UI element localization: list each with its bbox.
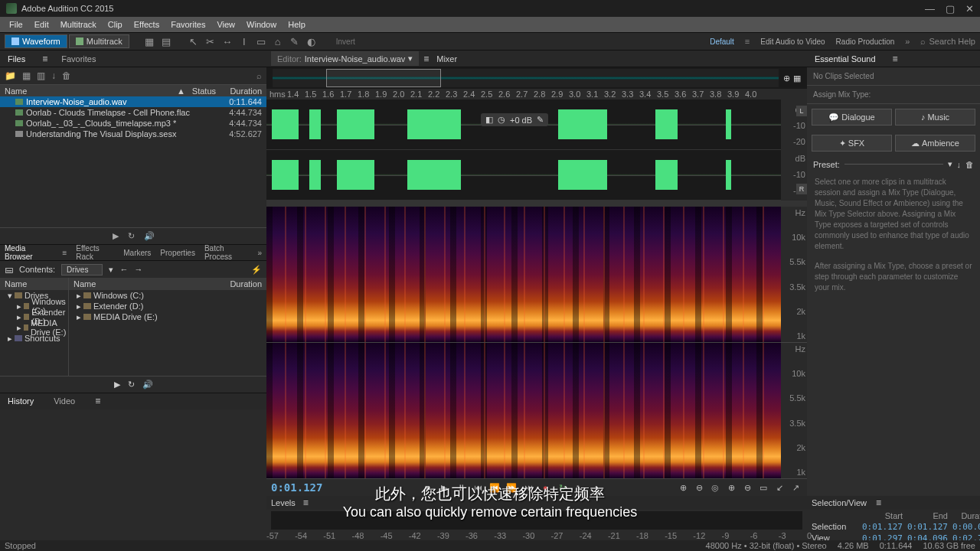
open-file-icon[interactable]: 📁 bbox=[5, 70, 16, 81]
contents-dropdown[interactable]: Drives bbox=[61, 264, 103, 276]
channel-r-button[interactable]: R bbox=[796, 184, 807, 194]
back-icon[interactable]: ← bbox=[119, 265, 128, 274]
preset-dropdown[interactable] bbox=[844, 164, 943, 165]
mix-type-sfx[interactable]: ✦SFX bbox=[812, 135, 892, 152]
workspace-overflow-icon[interactable]: » bbox=[905, 37, 910, 46]
spectral-pitch-toggle[interactable]: ▤ bbox=[158, 34, 174, 48]
tree-item[interactable]: ▸MEDIA Drive (E:) bbox=[0, 322, 68, 333]
drive-up-icon[interactable]: 🖴 bbox=[5, 265, 13, 274]
sv-sel-dur[interactable]: 0:00.000 bbox=[952, 522, 980, 532]
hud-pin-icon[interactable]: ✎ bbox=[537, 115, 544, 125]
pause-button[interactable]: ⏸ bbox=[454, 481, 468, 494]
col-status[interactable]: Status bbox=[185, 86, 216, 96]
go-start-button[interactable]: ⏮ bbox=[471, 481, 485, 494]
col-duration[interactable]: Duration bbox=[216, 86, 262, 96]
levels-menu-icon[interactable]: ≡ bbox=[303, 497, 309, 508]
list-item[interactable]: ▸MEDIA Drive (E:) bbox=[69, 311, 266, 322]
play-button[interactable]: ▶ bbox=[437, 481, 451, 494]
hud-clock-icon[interactable]: ◷ bbox=[498, 115, 505, 125]
preview-play-icon[interactable]: ▶ bbox=[113, 231, 119, 241]
delete-icon[interactable]: 🗑 bbox=[62, 70, 71, 81]
zoom-selection-icon[interactable]: ▭ bbox=[756, 481, 770, 494]
rewind-button[interactable]: ⏪ bbox=[488, 481, 501, 494]
skip-selection-button[interactable]: ⤡ bbox=[572, 481, 586, 494]
waveform-right-channel[interactable] bbox=[266, 150, 807, 201]
loop-button[interactable]: ↻ bbox=[555, 481, 569, 494]
mix-type-music[interactable]: ♪Music bbox=[895, 109, 975, 126]
close-button[interactable]: ✕ bbox=[965, 3, 974, 15]
editor-menu-icon[interactable]: ≡ bbox=[423, 54, 429, 64]
search-files-icon[interactable]: ⌕ bbox=[256, 71, 262, 80]
overview-grid-icon[interactable]: ▦ bbox=[793, 73, 801, 83]
workspace-default[interactable]: Default bbox=[710, 37, 734, 46]
files-menu-icon[interactable]: ≡ bbox=[42, 54, 47, 64]
mix-type-dialogue[interactable]: 💬Dialogue bbox=[812, 109, 892, 126]
tab-history[interactable]: History bbox=[5, 394, 37, 408]
workspace-radio[interactable]: Radio Production bbox=[836, 37, 895, 46]
essential-sound-tab[interactable]: Essential Sound bbox=[812, 52, 879, 66]
workspace-edit-av[interactable]: Edit Audio to Video bbox=[760, 37, 825, 46]
multitrack-mode-button[interactable]: Multitrack bbox=[69, 34, 129, 48]
mb-menu-icon[interactable]: ≡ bbox=[62, 249, 67, 257]
workspace-menu-icon[interactable]: ≡ bbox=[745, 37, 750, 46]
spectrogram-right[interactable]: Hz10k5.5k3.5k2k1k bbox=[266, 343, 807, 479]
tab-files[interactable]: Files bbox=[5, 52, 28, 66]
go-end-button[interactable]: ⏭ bbox=[521, 481, 535, 494]
tab-media-browser[interactable]: Media Browser bbox=[5, 244, 50, 261]
minimize-button[interactable]: — bbox=[925, 3, 935, 15]
filter-icon[interactable]: ⚡ bbox=[251, 265, 262, 275]
tab-favorites[interactable]: Favorites bbox=[58, 52, 99, 66]
zoom-in-time-icon[interactable]: ⊕ bbox=[676, 481, 690, 494]
hud-controls[interactable]: ◧ ◷ +0 dB ✎ bbox=[481, 113, 548, 126]
list-item[interactable]: ▸Windows (C:) bbox=[69, 290, 266, 301]
menu-help[interactable]: Help bbox=[283, 18, 310, 31]
video-menu-icon[interactable]: ≡ bbox=[95, 396, 100, 406]
view-splitter[interactable] bbox=[266, 201, 807, 207]
tab-effects-rack[interactable]: Effects Rack bbox=[76, 244, 114, 261]
waveform-display[interactable]: ◧ ◷ +0 dB ✎ dB-10-20dB-10-20 L R bbox=[266, 99, 807, 201]
hud-adjust-icon[interactable]: ◧ bbox=[485, 115, 493, 125]
mb-play-icon[interactable]: ▶ bbox=[114, 380, 120, 390]
waveform-left-channel[interactable]: ◧ ◷ +0 dB ✎ bbox=[266, 99, 807, 150]
zoom-out-point-icon[interactable]: ↗ bbox=[789, 481, 802, 494]
col-name[interactable]: Name bbox=[5, 86, 177, 96]
channel-l-button[interactable]: L bbox=[796, 106, 807, 116]
timecode-display[interactable]: 0:01.127 bbox=[271, 481, 322, 494]
move-tool[interactable]: ↖ bbox=[186, 34, 201, 48]
overview-zoom-icon[interactable]: ⊕ bbox=[783, 73, 790, 83]
hud-gain-value[interactable]: +0 dB bbox=[510, 116, 532, 125]
zoom-in-amp-icon[interactable]: ⊕ bbox=[724, 481, 738, 494]
tab-video[interactable]: Video bbox=[51, 394, 78, 408]
preview-loop-icon[interactable]: ↻ bbox=[128, 231, 135, 241]
brush-tool[interactable]: ✎ bbox=[287, 34, 302, 48]
dropdown-arrow-icon[interactable]: ▾ bbox=[109, 265, 113, 275]
overview-navigator[interactable]: ⊕ ▦ bbox=[266, 67, 807, 89]
mb-loop-icon[interactable]: ↻ bbox=[128, 380, 135, 390]
tab-markers[interactable]: Markers bbox=[123, 249, 151, 257]
preset-save-icon[interactable]: ↓ bbox=[957, 160, 962, 169]
time-ruler[interactable]: hms1.41.51.61.71.81.92.02.12.22.32.42.52… bbox=[266, 89, 807, 99]
essential-menu-icon[interactable]: ≡ bbox=[893, 54, 898, 64]
menu-multitrack[interactable]: Multitrack bbox=[56, 18, 101, 31]
sort-icon[interactable]: ▲ bbox=[177, 86, 185, 96]
invert-label[interactable]: Invert bbox=[336, 37, 355, 46]
menu-window[interactable]: Window bbox=[242, 18, 281, 31]
menu-edit[interactable]: Edit bbox=[30, 18, 54, 31]
file-row[interactable]: Oorlab - Clouds Timelapse - Cell Phone.f… bbox=[0, 107, 266, 118]
tab-dropdown-icon[interactable]: ▾ bbox=[408, 54, 413, 64]
forward-icon[interactable]: → bbox=[134, 265, 142, 274]
menu-file[interactable]: File bbox=[5, 18, 28, 31]
record-button[interactable]: ● bbox=[538, 481, 552, 494]
waveform-mode-button[interactable]: Waveform bbox=[5, 34, 67, 48]
levels-meter[interactable] bbox=[271, 511, 802, 530]
mix-type-ambience[interactable]: ☁Ambience bbox=[895, 135, 975, 152]
time-select-tool[interactable]: I bbox=[237, 34, 252, 48]
zoom-out-time-icon[interactable]: ⊖ bbox=[692, 481, 706, 494]
menu-favorites[interactable]: Favorites bbox=[166, 18, 210, 31]
tree-item[interactable]: ▸Shortcuts bbox=[0, 333, 68, 344]
list-item[interactable]: ▸Extender (D:) bbox=[69, 301, 266, 311]
zoom-reset-time-icon[interactable]: ◎ bbox=[708, 481, 722, 494]
sv-sel-end[interactable]: 0:01.127 bbox=[907, 522, 948, 532]
new-file-icon[interactable]: ▦ bbox=[22, 70, 31, 81]
preset-delete-icon[interactable]: 🗑 bbox=[965, 160, 974, 169]
